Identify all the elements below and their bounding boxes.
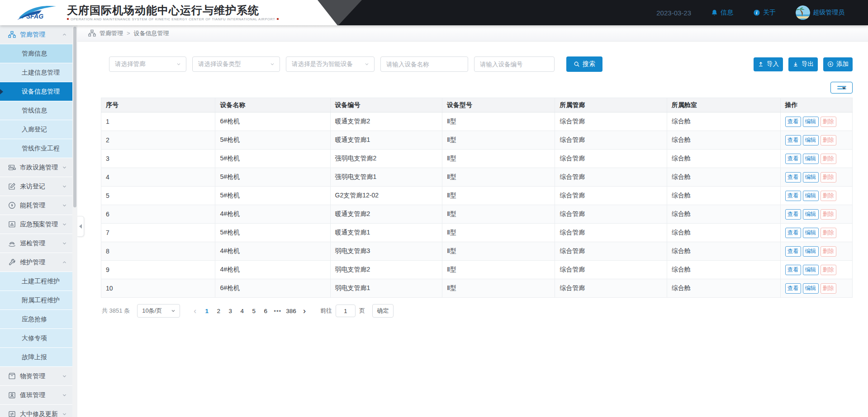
import-button[interactable]: 导入 <box>754 57 783 71</box>
column-filter-icon <box>836 84 847 91</box>
sidebar-item-土建工程维护[interactable]: 土建工程维护 <box>0 272 72 291</box>
sidebar-scrollbar[interactable] <box>72 25 77 417</box>
table-cell: Ⅱ型 <box>442 112 555 131</box>
sidebar-item-管廊管理[interactable]: 管廊管理 <box>0 25 72 44</box>
next-page-button[interactable]: › <box>299 307 310 315</box>
device-code-input[interactable] <box>474 56 555 72</box>
chevron-down-icon <box>176 61 181 67</box>
sidebar-collapse-handle[interactable] <box>77 216 84 237</box>
export-button[interactable]: 导出 <box>788 57 818 71</box>
user-menu[interactable]: 超级管理员 <box>796 5 844 20</box>
delete-row-button[interactable]: 删除 <box>821 246 836 257</box>
sidebar-item-应急抢修[interactable]: 应急抢修 <box>0 310 72 329</box>
column-settings-button[interactable] <box>830 82 853 94</box>
sidebar-item-来访登记[interactable]: 来访登记 <box>0 177 72 196</box>
sidebar-item-入廊登记[interactable]: 入廊登记 <box>0 120 72 139</box>
export-button-label: 导出 <box>802 60 814 68</box>
edit-row-button[interactable]: 编辑 <box>803 172 819 183</box>
page-number-4[interactable]: 4 <box>236 308 248 314</box>
page-number-5[interactable]: 5 <box>248 308 260 314</box>
edit-row-button[interactable]: 编辑 <box>803 154 819 164</box>
app-title: 天府国际机场动能中心运行与维护系统 <box>67 5 279 16</box>
table-cell: Ⅱ型 <box>442 224 555 242</box>
view-row-button[interactable]: 查看 <box>785 246 801 257</box>
delete-row-button[interactable]: 删除 <box>821 209 836 220</box>
column-header-设备名称: 设备名称 <box>215 98 330 112</box>
about-link[interactable]: 关于 <box>753 9 776 17</box>
breadcrumb-root[interactable]: 管廊管理 <box>100 29 123 37</box>
page-number-3[interactable]: 3 <box>224 308 236 314</box>
sidebar-scrollbar-thumb[interactable] <box>73 27 76 207</box>
delete-row-button[interactable]: 删除 <box>821 228 836 238</box>
page-number-2[interactable]: 2 <box>213 308 224 314</box>
sidebar-item-故障上报[interactable]: 故障上报 <box>0 348 72 367</box>
view-row-button[interactable]: 查看 <box>785 154 801 164</box>
sidebar-item-能耗管理[interactable]: 能耗管理 <box>0 196 72 215</box>
smart-device-select[interactable]: 请选择是否为智能设备 <box>286 56 375 72</box>
sidebar-item-值班管理[interactable]: 值班管理 <box>0 386 72 405</box>
sidebar-item-管廊信息[interactable]: 管廊信息 <box>0 44 72 63</box>
row-actions: 查看编辑删除 <box>785 283 848 294</box>
edit-row-button[interactable]: 编辑 <box>803 246 819 257</box>
device-type-select[interactable]: 请选择设备类型 <box>192 56 280 72</box>
corridor-select[interactable]: 请选择管廊 <box>109 56 186 72</box>
table-cell: 综合舱 <box>667 168 780 187</box>
search-button[interactable]: 搜索 <box>566 56 602 72</box>
view-row-button[interactable]: 查看 <box>785 117 801 127</box>
confirm-button[interactable]: 确定 <box>372 304 394 318</box>
view-row-button[interactable]: 查看 <box>785 191 801 201</box>
delete-row-button[interactable]: 删除 <box>821 283 836 294</box>
delete-row-button[interactable]: 删除 <box>821 117 836 127</box>
sidebar-item-大修专项[interactable]: 大修专项 <box>0 329 72 348</box>
sidebar-item-物资管理[interactable]: 物资管理 <box>0 367 72 386</box>
view-row-button[interactable]: 查看 <box>785 265 801 275</box>
sidebar-item-管线信息[interactable]: 管线信息 <box>0 101 72 120</box>
sidebar-item-管线作业工程[interactable]: 管线作业工程 <box>0 139 72 158</box>
sidebar-item-土建信息管理[interactable]: 土建信息管理 <box>0 63 72 82</box>
chevron-up-icon <box>62 32 67 37</box>
delete-row-button[interactable]: 删除 <box>821 191 836 201</box>
delete-row-button[interactable]: 删除 <box>821 265 836 275</box>
prev-page-button[interactable]: ‹ <box>189 307 201 315</box>
page-number-1[interactable]: 1 <box>201 308 213 314</box>
edit-row-button[interactable]: 编辑 <box>803 265 819 275</box>
sidebar-item-大中修及更新[interactable]: 大中修及更新 <box>0 405 72 417</box>
delete-row-button[interactable]: 删除 <box>821 172 836 183</box>
edit-row-button[interactable]: 编辑 <box>803 117 819 127</box>
goto-page-input[interactable] <box>336 305 356 317</box>
sidebar-item-维护管理[interactable]: 维护管理 <box>0 253 72 272</box>
sidebar-item-附属工程维护[interactable]: 附属工程维护 <box>0 291 72 310</box>
view-row-button[interactable]: 查看 <box>785 172 801 183</box>
corridor-select-placeholder: 请选择管廊 <box>115 60 146 68</box>
table-row: 16#枪机暖通支管廊2Ⅱ型综合管廊综合舱查看编辑删除 <box>101 112 853 131</box>
page-size-select[interactable]: 10条/页 <box>137 304 180 318</box>
sidebar-item-巡检管理[interactable]: 巡检管理 <box>0 234 72 253</box>
page-number-386[interactable]: 386 <box>284 308 299 314</box>
sidebar-item-label: 管线作业工程 <box>22 145 60 153</box>
delete-row-button[interactable]: 删除 <box>821 154 836 164</box>
view-row-button[interactable]: 查看 <box>785 228 801 238</box>
add-button[interactable]: 添加 <box>823 57 853 71</box>
view-row-button[interactable]: 查看 <box>785 283 801 294</box>
edit-row-button[interactable]: 编辑 <box>803 283 819 294</box>
table-cell: 5#枪机 <box>215 168 330 187</box>
sidebar-item-label: 故障上报 <box>22 353 47 361</box>
view-row-button[interactable]: 查看 <box>785 135 801 145</box>
sidebar-item-设备信息管理[interactable]: 设备信息管理 <box>0 82 72 101</box>
sidebar-item-label: 管线信息 <box>22 107 47 115</box>
sitemap-icon <box>88 29 96 37</box>
edit-row-button[interactable]: 编辑 <box>803 228 819 238</box>
edit-row-button[interactable]: 编辑 <box>803 209 819 220</box>
device-name-input[interactable] <box>380 56 468 72</box>
edit-row-button[interactable]: 编辑 <box>803 191 819 201</box>
table-cell-actions: 查看编辑删除 <box>780 242 853 261</box>
sidebar-item-市政设施管理[interactable]: 市政设施管理 <box>0 158 72 177</box>
sidebar-item-应急预案管理[interactable]: 应急预案管理 <box>0 215 72 234</box>
sidebar-item-label: 土建工程维护 <box>22 277 60 286</box>
edit-row-button[interactable]: 编辑 <box>803 135 819 145</box>
delete-row-button[interactable]: 删除 <box>821 135 836 145</box>
messages-link[interactable]: 信息 <box>711 9 733 17</box>
page-number-6[interactable]: 6 <box>260 308 271 314</box>
view-row-button[interactable]: 查看 <box>785 209 801 220</box>
sidebar-menu: 管廊管理管廊信息土建信息管理设备信息管理管线信息入廊登记管线作业工程市政设施管理… <box>0 25 72 417</box>
